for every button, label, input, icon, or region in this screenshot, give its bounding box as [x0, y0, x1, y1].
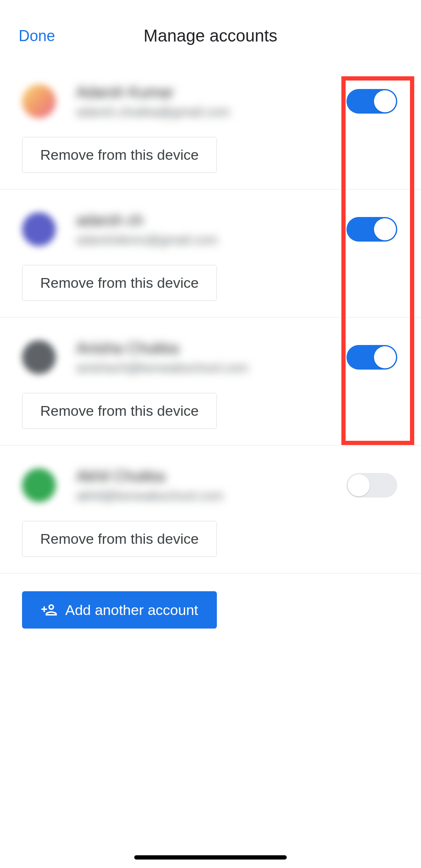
account-section: Adarsh Kumar adarsh.chukka@gmail.com Rem…	[0, 61, 421, 189]
avatar	[22, 212, 56, 246]
account-email: anishach@kenwabschool.com	[76, 361, 346, 375]
toggle-container	[346, 345, 401, 370]
add-account-section: Add another account	[0, 573, 421, 646]
account-row: adarsh ch adarshdemo@gmail.com	[22, 211, 401, 247]
home-indicator[interactable]	[134, 855, 287, 860]
account-info: Anisha Chukka anishach@kenwabschool.com	[76, 339, 346, 375]
remove-from-device-button[interactable]: Remove from this device	[22, 137, 217, 173]
account-name: Akhil Chukka	[76, 467, 346, 485]
add-another-account-button[interactable]: Add another account	[22, 591, 217, 629]
toggle-knob	[348, 474, 370, 496]
remove-from-device-button[interactable]: Remove from this device	[22, 393, 217, 429]
account-row: Adarsh Kumar adarsh.chukka@gmail.com	[22, 83, 401, 119]
header: Done Manage accounts	[0, 0, 421, 61]
account-toggle[interactable]	[346, 473, 397, 498]
done-button[interactable]: Done	[19, 27, 55, 45]
account-email: adarshdemo@gmail.com	[76, 233, 346, 247]
toggle-knob	[374, 218, 396, 240]
account-section: adarsh ch adarshdemo@gmail.com Remove fr…	[0, 189, 421, 317]
toggle-knob	[374, 90, 396, 112]
account-toggle[interactable]	[346, 217, 397, 242]
account-email: adarsh.chukka@gmail.com	[76, 105, 346, 119]
account-row: Anisha Chukka anishach@kenwabschool.com	[22, 339, 401, 375]
toggle-knob	[374, 346, 396, 368]
account-section: Anisha Chukka anishach@kenwabschool.com …	[0, 317, 421, 445]
account-email: akhil@kenwabschool.com	[76, 489, 346, 503]
toggle-container	[346, 473, 401, 498]
person-add-icon	[41, 601, 58, 618]
account-row: Akhil Chukka akhil@kenwabschool.com	[22, 467, 401, 503]
account-info: Akhil Chukka akhil@kenwabschool.com	[76, 467, 346, 503]
avatar	[22, 340, 56, 374]
page-title: Manage accounts	[144, 26, 277, 45]
avatar	[22, 84, 56, 118]
account-info: Adarsh Kumar adarsh.chukka@gmail.com	[76, 83, 346, 119]
toggle-container	[346, 217, 401, 242]
account-name: adarsh ch	[76, 211, 346, 229]
remove-from-device-button[interactable]: Remove from this device	[22, 265, 217, 301]
avatar	[22, 468, 56, 502]
account-toggle[interactable]	[346, 345, 397, 370]
account-info: adarsh ch adarshdemo@gmail.com	[76, 211, 346, 247]
add-account-label: Add another account	[65, 602, 198, 618]
account-name: Anisha Chukka	[76, 339, 346, 357]
account-toggle[interactable]	[346, 89, 397, 114]
toggle-container	[346, 89, 401, 114]
account-section: Akhil Chukka akhil@kenwabschool.com Remo…	[0, 445, 421, 573]
remove-from-device-button[interactable]: Remove from this device	[22, 521, 217, 557]
account-name: Adarsh Kumar	[76, 83, 346, 101]
